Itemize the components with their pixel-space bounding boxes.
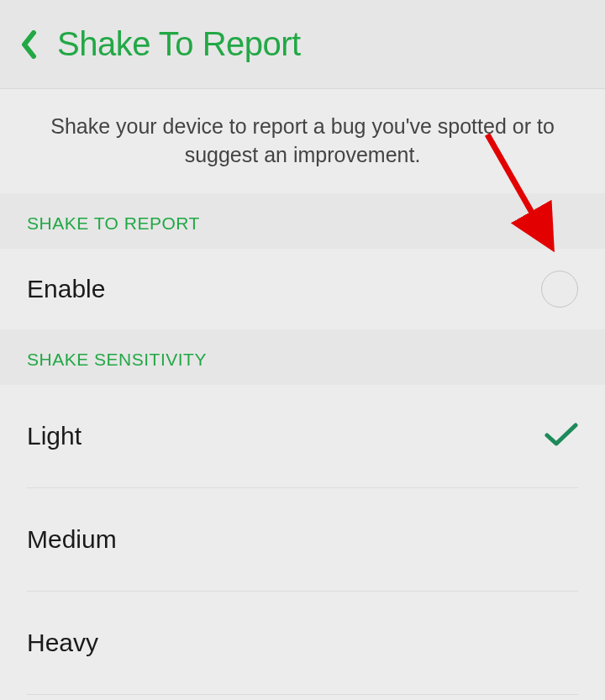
section-header-shake-to-report: SHAKE TO REPORT (0, 193, 605, 249)
sensitivity-option-medium[interactable]: Medium (27, 488, 578, 592)
page-description: Shake your device to report a bug you've… (0, 88, 605, 193)
section-header-shake-sensitivity: SHAKE SENSITIVITY (0, 329, 605, 385)
chevron-left-icon (20, 30, 37, 59)
header-bar: Shake To Report (0, 0, 605, 88)
enable-row[interactable]: Enable (0, 249, 605, 329)
sensitivity-option-heavy[interactable]: Heavy (27, 592, 578, 695)
page-title: Shake To Report (57, 25, 301, 63)
enable-label: Enable (27, 275, 105, 303)
sensitivity-option-light[interactable]: Light (27, 385, 578, 488)
sensitivity-option-extra-heavy[interactable]: Extra Heavy (27, 695, 578, 701)
enable-toggle[interactable] (541, 271, 578, 308)
back-button[interactable] (20, 30, 37, 59)
sensitivity-label: Medium (27, 525, 117, 554)
check-icon (544, 422, 578, 450)
sensitivity-label: Light (27, 422, 82, 450)
sensitivity-label: Heavy (27, 629, 98, 657)
sensitivity-list: Light Medium Heavy Extra Heavy (0, 385, 605, 701)
